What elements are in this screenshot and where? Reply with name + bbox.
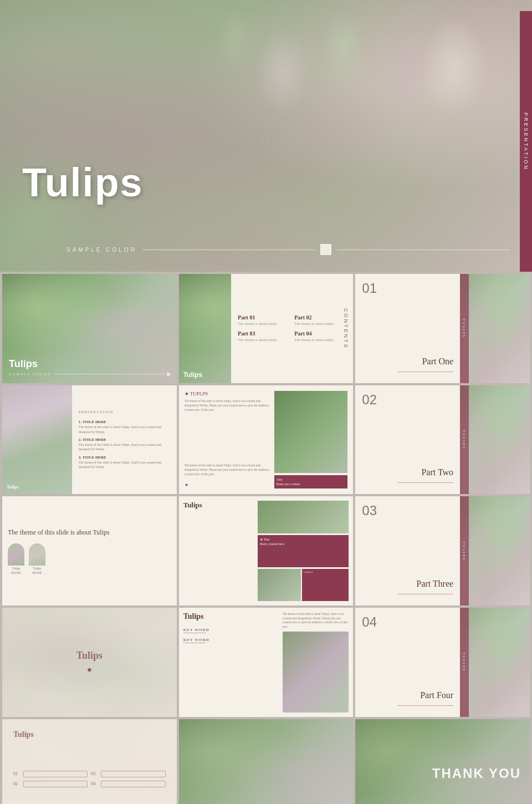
- outline-rows: 01 03 02 04: [13, 741, 166, 804]
- slide-faded-tulips: Tulips ★: [2, 608, 177, 717]
- part-four-line: [397, 705, 453, 706]
- part-three-photo: TULIPS: [460, 496, 530, 605]
- tl-right: ★ TitleBody content here Content: [258, 501, 349, 601]
- slide-contents: Tulips CONTENTS Part 01 The theme is abo…: [179, 274, 354, 383]
- part-four-photo: TULIPS: [460, 608, 530, 717]
- detail-title: Tulips: [183, 612, 279, 621]
- part-grid: Part 01 The theme is about tulips Part 0…: [238, 314, 346, 342]
- part-three-name: Part Three: [416, 579, 453, 589]
- part-two-text: 02 Part Two: [355, 385, 460, 495]
- detail-desc: The theme of this slide is about Tulips.…: [283, 612, 349, 629]
- part-two-v-bar: TULIPS: [460, 385, 469, 495]
- slide-outline: Tulips 01 03 02 04: [2, 719, 177, 804]
- tulips-mini-sample: SAMPLE COLOR: [9, 372, 52, 376]
- tl-row-3-img: [258, 569, 301, 601]
- part-two-number: 02: [362, 392, 377, 408]
- contents-layout: Tulips CONTENTS Part 01 The theme is abo…: [179, 274, 354, 383]
- inner-right-text: PRESENTATION 1. TITLE HERE The theme of …: [72, 385, 177, 495]
- part-four-number: 04: [362, 614, 377, 630]
- slide-part-three: 03 Part Three TULIPS: [355, 496, 530, 605]
- contents-vertical: CONTENTS: [343, 274, 349, 383]
- inner-titles-layout: Tulips PRESENTATION 1. TITLE HERE The th…: [2, 385, 177, 495]
- tulips-mini-line: [54, 374, 165, 374]
- overlay-photo: [179, 719, 354, 804]
- inner-title-3: 3. TITLE HERE: [79, 455, 170, 460]
- part-four-name: Part Four: [420, 690, 453, 700]
- presentation-text: PRESENTATION: [523, 113, 529, 171]
- part-three-layout: 03 Part Three TULIPS: [355, 496, 530, 605]
- contents-right: CONTENTS Part 01 The theme is about tuli…: [231, 274, 353, 383]
- overlay-photo-detail: [179, 719, 354, 804]
- outline-num-1: 01: [13, 771, 20, 776]
- hero-background: [0, 0, 532, 272]
- inner-item-1: 1. TITLE HERE The theme of this slide is…: [79, 420, 170, 434]
- part-one-text: 01 Part One: [355, 274, 460, 383]
- contents-v-text: CONTENTS: [343, 308, 349, 349]
- outline-layout: Tulips 01 03 02 04: [2, 719, 177, 804]
- part-four-layout: 04 Part Four TULIPS: [355, 608, 530, 717]
- tl-row-3-text: Content: [304, 571, 347, 573]
- contents-left-photo: Tulips: [179, 274, 231, 383]
- slide-tulips-layout: Tulips ★ TitleBody content here Co: [179, 496, 354, 605]
- color-swatch-1: [320, 244, 331, 255]
- outline-box-1: [23, 771, 88, 777]
- part-three-v-text: TULIPS: [462, 541, 466, 561]
- part-four-v-bar: TULIPS: [460, 608, 469, 717]
- tulips-mini-title: Tulips: [9, 358, 170, 370]
- part-item-3: Part 03 The theme is about tulips: [238, 330, 290, 342]
- faded-slide-layout: Tulips ★: [2, 608, 177, 717]
- part-item-4: Part 04 The theme is about tulips: [294, 330, 346, 342]
- part-two-name: Part Two: [421, 467, 453, 477]
- tl-row-2-text: ★ TitleBody content here: [260, 537, 346, 547]
- part-1-sub: The theme is about tulips: [238, 322, 290, 326]
- slide-tulips-mini: Tulips SAMPLE COLOR ac: [2, 274, 177, 383]
- thank-you-layout: THANK YOU SAMPLE COLOR: [355, 719, 530, 804]
- tuplps-footer-text: The theme of this slide is about Tulips.…: [185, 463, 270, 477]
- faded-photo: [2, 608, 177, 717]
- slide-part-one: 01 Part One TULIPS: [355, 274, 530, 383]
- arch-bg-2: [29, 543, 45, 566]
- detail-key-1-wrap: KEY WORD: [183, 628, 279, 635]
- part-3-sub: The theme is about tulips: [238, 338, 290, 342]
- sample-color-bar: SAMPLE COLOR: [66, 244, 510, 255]
- tl-left: Tulips: [183, 501, 254, 601]
- tuplps-star: ★ TUPLPS: [185, 391, 270, 396]
- tuplps-bottom-star: ★: [185, 482, 188, 487]
- inner-item-3: 3. TITLE HERE The theme of this slide is…: [79, 455, 170, 470]
- part-three-number: 03: [362, 503, 377, 518]
- tl-title: Tulips: [183, 501, 254, 510]
- slide-detail: Tulips KEY WORD KEY WORD The theme of th…: [179, 608, 354, 717]
- tulips-mini-bar: SAMPLE COLOR: [9, 372, 170, 376]
- part-three-overlay: [460, 496, 530, 605]
- slides-grid: Tulips SAMPLE COLOR ac T: [0, 272, 532, 804]
- slide-tuplps: ★ TUPLPS The theme of this slide is abou…: [179, 385, 354, 495]
- part-item-2: Part 02 The theme is about tulips: [294, 314, 346, 326]
- slide-thank-you: THANK YOU SAMPLE COLOR: [355, 719, 530, 804]
- part-two-photo: TULIPS: [460, 385, 530, 495]
- part-two-v-text: TULIPS: [462, 430, 466, 450]
- large-quote-text: The theme of this slide is about Tulips: [8, 527, 171, 538]
- arch-sub-2: BOOK: [29, 571, 45, 574]
- tl-row-2: ★ TitleBody content here: [258, 535, 349, 567]
- part-one-name: Part One: [422, 357, 453, 367]
- hero-slide: Tulips SAMPLE COLOR PRESENTATION ac: [0, 0, 532, 272]
- part-item-1: Part 01 The theme is about tulips: [238, 314, 290, 326]
- part-2-sub: The theme is about tulips: [294, 322, 346, 326]
- arch-label-2: Tulips: [29, 567, 45, 570]
- outline-num-2: 02: [13, 781, 20, 786]
- tuplps-right: TitleBody text content: [274, 391, 348, 489]
- thank-you-bg: [355, 719, 530, 804]
- outline-num-4: 04: [91, 781, 98, 786]
- arch-img-1: [8, 543, 24, 566]
- inner-body-1: The theme of this slide is about Tulips.…: [79, 425, 170, 434]
- part-four-overlay: [460, 608, 530, 717]
- detail-key-2-wrap: KEY WORD: [183, 638, 279, 645]
- inner-body-3: The theme of this slide is about Tulips.…: [79, 460, 170, 470]
- detail-key-1: KEY WORD: [183, 628, 279, 632]
- outline-box-3: [101, 771, 165, 777]
- part-one-number: 01: [362, 281, 377, 296]
- tuplps-left: ★ TUPLPS The theme of this slide is abou…: [185, 391, 270, 489]
- part-one-v-bar: TULIPS: [460, 274, 469, 383]
- tuplps-star-bottom: ★: [185, 479, 270, 488]
- part-three-text: 03 Part Three: [355, 496, 460, 605]
